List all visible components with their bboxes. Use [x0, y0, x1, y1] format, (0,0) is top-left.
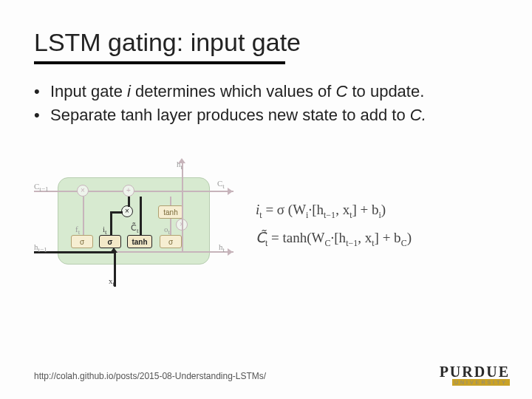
label-i: it	[103, 225, 107, 236]
forget-line	[83, 197, 84, 235]
label-o: ot	[164, 225, 170, 236]
bullet-item: • Separate tanh layer produces new state…	[34, 104, 498, 126]
label-ctilde: C̃t	[131, 223, 139, 234]
bullet-text: determines which values of	[131, 82, 336, 100]
arrow-right-icon	[228, 248, 233, 256]
label-h-top: ht	[177, 160, 183, 171]
label-c-next: Ct	[217, 179, 225, 190]
equation-candidate: C̃t = tanh(WC·[ht−1, xt] + bC)	[256, 224, 412, 252]
logo-subtext: UNIVERSITY	[452, 379, 510, 386]
hidden-out-line	[115, 251, 233, 253]
slide-title: LSTM gating: input gate	[34, 28, 498, 57]
input-merge-line	[110, 211, 123, 214]
bullet-dot: •	[34, 104, 44, 126]
candidate-line	[140, 197, 142, 235]
label-h-prev: ht−1	[34, 242, 47, 253]
lstm-diagram: × + σ σ tanh σ ×	[34, 161, 233, 287]
purdue-logo: PURDUE UNIVERSITY	[440, 364, 510, 386]
label-f: ft	[75, 225, 80, 236]
bullet-text: to update.	[347, 82, 424, 100]
label-h-next: ht	[219, 242, 225, 253]
bullet-italic: C.	[410, 106, 426, 124]
output-merge-line	[182, 191, 183, 251]
label-c-prev: Ct−1	[34, 182, 49, 193]
bullet-item: • Input gate i determines which values o…	[34, 81, 498, 103]
bullet-text: Input gate	[50, 82, 127, 100]
bullet-dot: •	[34, 81, 44, 103]
input-to-plus-line	[128, 197, 130, 207]
tanh-box-output: tanh	[158, 205, 183, 219]
sigma-box-output: σ	[160, 235, 182, 248]
label-x-in: xt	[109, 276, 115, 287]
input-gate-line	[110, 213, 112, 235]
equations-block: it = σ (Wi·[ht−1, xt] + bi) C̃t = tanh(W…	[256, 196, 412, 252]
sigma-box-input: σ	[99, 235, 121, 248]
title-underline	[34, 61, 285, 64]
sigma-box-forget: σ	[71, 235, 93, 248]
bullet-text: Separate tanh layer produces new state t…	[50, 106, 410, 124]
bullet-italic: C	[335, 82, 347, 100]
arrow-right-icon	[228, 188, 233, 195]
equation-input-gate: it = σ (Wi·[ht−1, xt] + bi)	[256, 196, 412, 224]
logo-text: PURDUE	[440, 364, 510, 381]
arrow-up-icon	[110, 248, 117, 253]
tanh-box-candidate: tanh	[127, 235, 152, 248]
bullet-list: • Input gate i determines which values o…	[34, 81, 498, 126]
citation-url: http://colah.github.io/posts/2015-08-Und…	[34, 371, 266, 381]
